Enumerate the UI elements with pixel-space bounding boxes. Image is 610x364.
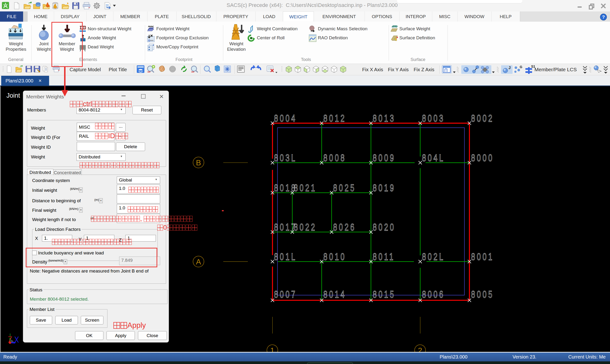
- svg-text:804L: 804L: [422, 152, 445, 163]
- svg-text:8005: 8005: [471, 289, 494, 300]
- svg-text:8021: 8021: [294, 182, 317, 194]
- svg-text:8009: 8009: [373, 152, 396, 163]
- svg-text:B: B: [196, 158, 201, 167]
- svg-text:802L: 802L: [422, 251, 445, 262]
- svg-text:8003: 8003: [422, 113, 445, 124]
- svg-text:8012: 8012: [323, 113, 346, 124]
- svg-text:803L: 803L: [274, 152, 297, 163]
- svg-text:A: A: [196, 258, 201, 266]
- svg-text:8004: 8004: [274, 113, 297, 124]
- svg-text:8022: 8022: [294, 221, 317, 233]
- svg-text:8002: 8002: [471, 113, 494, 124]
- svg-text:8014: 8014: [323, 289, 346, 300]
- svg-text:8008: 8008: [323, 152, 346, 163]
- svg-text:8001: 8001: [471, 251, 494, 262]
- svg-text:8015: 8015: [373, 289, 396, 300]
- svg-text:8020: 8020: [373, 221, 396, 233]
- svg-text:8007: 8007: [274, 289, 297, 300]
- svg-text:8010: 8010: [323, 251, 346, 262]
- svg-text:8019: 8019: [373, 182, 396, 194]
- svg-text:8018: 8018: [274, 182, 297, 194]
- svg-text:8017: 8017: [274, 221, 297, 233]
- svg-text:8006: 8006: [422, 289, 445, 300]
- svg-text:8025: 8025: [333, 182, 356, 194]
- svg-text:801L: 801L: [274, 251, 297, 262]
- svg-text:8013: 8013: [373, 113, 396, 124]
- svg-text:8026: 8026: [333, 221, 356, 233]
- svg-text:8011: 8011: [373, 251, 395, 262]
- svg-text:8000: 8000: [471, 152, 494, 163]
